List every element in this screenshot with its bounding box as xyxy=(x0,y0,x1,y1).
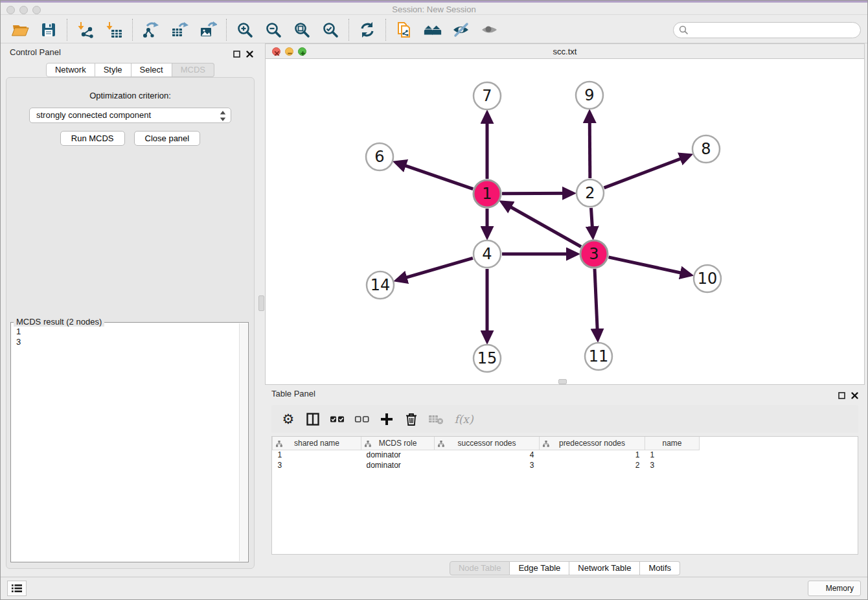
tab-mcds[interactable]: MCDS xyxy=(172,63,214,77)
table-panel: Table Panel ⚙ xyxy=(265,385,865,578)
header-filler xyxy=(700,437,858,450)
import-table-icon[interactable] xyxy=(104,20,124,40)
node-6[interactable]: 6 xyxy=(366,143,393,170)
delete-table-icon-disabled xyxy=(428,411,444,427)
control-panel-tabs: Network Style Select MCDS xyxy=(1,63,260,77)
zoom-fit-icon[interactable] xyxy=(292,20,312,40)
node-15[interactable]: 15 xyxy=(474,345,501,372)
toolbar-separator xyxy=(348,19,349,41)
function-builder-icon-disabled: f(x) xyxy=(453,411,475,427)
result-scrollbar[interactable] xyxy=(239,323,247,561)
column-header-predecessor-nodes[interactable]: predecessor nodes xyxy=(540,437,645,450)
toolbar-separator xyxy=(132,19,133,41)
table-toolbar: ⚙ f(x) xyxy=(271,405,858,433)
tab-network-table[interactable]: Network Table xyxy=(569,561,640,575)
tab-node-table[interactable]: Node Table xyxy=(450,561,510,575)
home-icon[interactable] xyxy=(423,20,442,40)
import-network-icon[interactable] xyxy=(76,20,95,40)
table-panel-tabs: Node Table Edge Table Network Table Moti… xyxy=(265,561,865,575)
table-row[interactable]: 3 dominator 3 2 3 xyxy=(273,460,858,470)
refresh-icon[interactable] xyxy=(358,20,377,40)
node-11[interactable]: 11 xyxy=(585,343,612,370)
show-columns-icon[interactable] xyxy=(305,411,321,427)
network-window-titlebar[interactable]: scc.txt xyxy=(266,44,864,59)
horizontal-splitter-handle[interactable] xyxy=(558,379,567,384)
edge-4-14[interactable] xyxy=(397,258,473,280)
show-panels-list-button[interactable] xyxy=(7,581,27,596)
vertical-splitter-handle[interactable] xyxy=(258,295,264,311)
mcds-result-box: MCDS result (2 nodes) 1 3 xyxy=(10,322,249,562)
toggle-visibility-icon[interactable] xyxy=(451,20,471,40)
tab-network[interactable]: Network xyxy=(46,63,95,77)
run-mcds-button[interactable]: Run MCDS xyxy=(60,131,125,146)
edge-2-8[interactable] xyxy=(604,156,690,188)
session-title: Session: New Session xyxy=(1,5,867,14)
memory-button[interactable]: Memory xyxy=(808,581,861,596)
svg-text:15: 15 xyxy=(477,349,497,367)
main-titlebar: Session: New Session xyxy=(1,1,867,15)
float-panel-icon[interactable] xyxy=(233,49,240,60)
edge-3-10[interactable] xyxy=(608,257,690,275)
create-column-icon[interactable] xyxy=(379,411,394,427)
sort-icon xyxy=(438,440,444,449)
node-1[interactable]: 1 xyxy=(474,180,501,207)
tab-motifs[interactable]: Motifs xyxy=(640,561,680,575)
svg-text:2: 2 xyxy=(585,184,595,202)
zoom-in-icon[interactable] xyxy=(235,20,255,40)
duplicate-network-icon[interactable] xyxy=(394,20,414,40)
open-session-icon[interactable] xyxy=(10,20,30,40)
table-row[interactable]: 1 dominator 4 1 1 xyxy=(273,450,858,460)
edge-2-9[interactable] xyxy=(589,113,590,178)
table-panel-title: Table Panel xyxy=(271,389,315,398)
criterion-dropdown[interactable]: strongly connected component xyxy=(29,108,231,123)
zoom-selected-icon[interactable] xyxy=(321,20,340,40)
export-image-icon[interactable] xyxy=(198,20,218,40)
export-table-icon[interactable] xyxy=(170,20,189,40)
close-panel-icon[interactable] xyxy=(246,49,253,60)
preview-eye-icon[interactable] xyxy=(480,20,499,40)
toolbar-separator xyxy=(226,19,227,41)
node-table: shared name MCDS role successor nodes pr… xyxy=(271,436,858,555)
search-input[interactable] xyxy=(673,22,861,38)
tab-style[interactable]: Style xyxy=(95,63,131,77)
tab-edge-table[interactable]: Edge Table xyxy=(510,561,569,575)
node-9[interactable]: 9 xyxy=(576,82,603,109)
edge-1-6[interactable] xyxy=(396,163,474,189)
column-header-shared-name[interactable]: shared name xyxy=(273,437,361,450)
mcds-result-title: MCDS result (2 nodes) xyxy=(14,317,104,327)
svg-text:6: 6 xyxy=(374,148,384,166)
svg-text:1: 1 xyxy=(482,185,492,203)
svg-text:3: 3 xyxy=(589,245,599,263)
node-8[interactable]: 8 xyxy=(692,135,720,163)
edge-3-1[interactable] xyxy=(503,202,581,246)
save-session-icon[interactable] xyxy=(39,20,58,40)
node-2[interactable]: 2 xyxy=(577,179,604,207)
float-table-panel-icon[interactable] xyxy=(838,390,845,402)
close-panel-button[interactable]: Close panel xyxy=(134,131,201,146)
mcds-result-value: 1 xyxy=(16,327,243,337)
node-10[interactable]: 10 xyxy=(694,265,721,292)
toolbar-separator xyxy=(67,19,67,41)
close-table-panel-icon[interactable] xyxy=(851,390,858,402)
export-network-icon[interactable] xyxy=(141,20,161,40)
table-settings-gear-icon[interactable]: ⚙ xyxy=(280,411,296,427)
node-14[interactable]: 14 xyxy=(367,271,394,299)
edge-1-2[interactable] xyxy=(502,193,573,194)
column-header-name[interactable]: name xyxy=(645,437,700,450)
edge-2-3[interactable] xyxy=(591,208,593,237)
column-header-successor-nodes[interactable]: successor nodes xyxy=(435,437,540,450)
deselect-all-columns-icon[interactable] xyxy=(354,411,370,427)
zoom-out-icon[interactable] xyxy=(264,20,283,40)
memory-status-dot xyxy=(815,585,822,592)
node-7[interactable]: 7 xyxy=(474,82,501,110)
tab-select[interactable]: Select xyxy=(131,63,172,77)
select-all-columns-icon[interactable] xyxy=(330,411,345,427)
edge-3-11[interactable] xyxy=(595,269,598,339)
svg-text:7: 7 xyxy=(482,87,492,105)
svg-text:11: 11 xyxy=(589,347,609,365)
network-canvas[interactable]: 7968124314101511 xyxy=(266,59,864,384)
column-header-mcds-role[interactable]: MCDS role xyxy=(361,437,435,450)
node-4[interactable]: 4 xyxy=(474,240,501,268)
node-3[interactable]: 3 xyxy=(580,240,608,268)
delete-column-trash-icon[interactable] xyxy=(404,411,419,427)
